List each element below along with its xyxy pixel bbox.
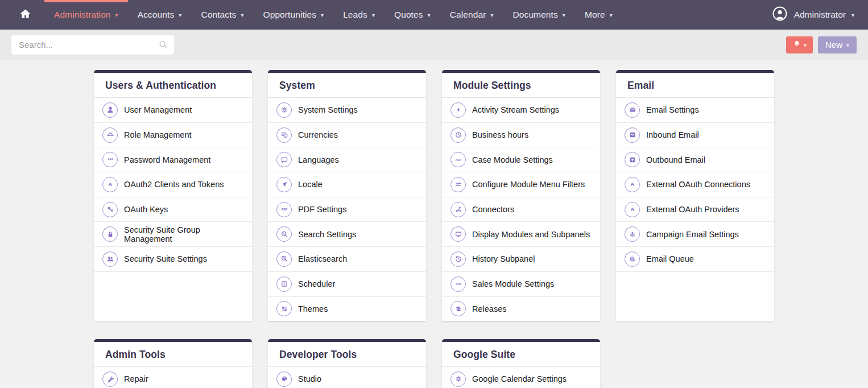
clock-icon — [450, 127, 466, 143]
admin-link-label: Elasticsearch — [298, 254, 347, 263]
snail-icon — [625, 251, 640, 267]
svg-text:***: *** — [108, 158, 113, 163]
nav-item-more[interactable]: More▾ — [575, 0, 622, 30]
admin-link-currencies[interactable]: Currencies — [268, 123, 426, 148]
letter-a-icon: A — [625, 177, 640, 192]
nav-item-accounts[interactable]: Accounts▾ — [128, 0, 192, 30]
search-input[interactable] — [11, 35, 174, 55]
admin-link-sales-module-settings[interactable]: AOSSales Module Settings — [442, 272, 600, 297]
admin-link-external-oauth-providers[interactable]: AExternal OAuth Providers — [616, 197, 774, 222]
svg-text:A: A — [108, 182, 112, 188]
admin-link-security-suite-settings[interactable]: Security Suite Settings — [94, 247, 252, 272]
admin-link-label: Connectors — [472, 205, 514, 214]
chevron-down-icon: ▾ — [115, 13, 118, 18]
admin-link-user-management[interactable]: User Management — [94, 98, 252, 123]
nav-item-calendar[interactable]: Calendar▾ — [440, 0, 503, 30]
nav-item-quotes[interactable]: Quotes▾ — [385, 0, 440, 30]
admin-link-history-subpanel[interactable]: History Subpanel — [442, 247, 600, 272]
nav-item-documents[interactable]: Documents▾ — [503, 0, 575, 30]
letter-a-icon: A — [102, 177, 118, 192]
nav-item-leads[interactable]: Leads▾ — [333, 0, 385, 30]
new-button[interactable]: New ▾ — [818, 36, 857, 53]
admin-link-label: External OAuth Providers — [646, 205, 739, 214]
admin-link-campaign-email-settings[interactable]: Campaign Email Settings — [616, 222, 774, 247]
admin-link-system-settings[interactable]: System Settings — [268, 98, 426, 123]
role-hat-icon — [102, 127, 118, 143]
admin-link-activity-stream-settings[interactable]: Activity Stream Settings — [442, 98, 600, 123]
chevron-down-icon: ▾ — [846, 43, 849, 48]
navigation-arrow-icon — [276, 177, 292, 192]
nav-item-label: Leads — [343, 10, 367, 20]
admin-link-label: Studio — [298, 374, 321, 383]
nav-item-label: Contacts — [201, 10, 236, 20]
panel-module-settings: Module SettingsActivity Stream SettingsB… — [442, 70, 600, 321]
admin-link-locale[interactable]: Locale — [268, 172, 426, 197]
svg-text:A: A — [630, 182, 634, 188]
admin-link-email-queue[interactable]: Email Queue — [616, 247, 774, 272]
wrench-icon — [102, 372, 118, 387]
user-name: Administrator — [794, 10, 846, 20]
gear-icon — [276, 102, 292, 118]
admin-link-security-suite-group-management[interactable]: Security Suite Group Management — [94, 222, 252, 247]
clock-square-icon — [276, 276, 292, 292]
admin-link-studio[interactable]: Studio — [268, 367, 426, 388]
admin-link-pdf-settings[interactable]: PDFPDF Settings — [268, 197, 426, 222]
nav-item-contacts[interactable]: Contacts▾ — [191, 0, 253, 30]
admin-link-email-settings[interactable]: Email Settings — [616, 98, 774, 123]
user-menu[interactable]: Administrator ▾ — [771, 5, 857, 24]
admin-link-oauth-keys[interactable]: OAuth Keys — [94, 197, 252, 222]
admin-link-label: Security Suite Group Management — [124, 225, 243, 243]
panel-title: Google Suite — [442, 342, 600, 367]
admin-link-password-management[interactable]: ***Password Management — [94, 147, 252, 172]
speech-bubble-icon — [276, 152, 292, 167]
nav-item-administration[interactable]: Administration▾ — [44, 0, 128, 30]
admin-link-display-modules-and-subpanels[interactable]: Display Modules and Subpanels — [442, 222, 600, 247]
admin-link-label: System Settings — [298, 105, 358, 114]
admin-link-business-hours[interactable]: Business hours — [442, 123, 600, 148]
chevron-down-icon: ▾ — [241, 13, 243, 18]
admin-link-connectors[interactable]: Connectors — [442, 197, 600, 222]
admin-link-label: External OAuth Connections — [646, 180, 750, 189]
admin-link-search-settings[interactable]: Search Settings — [268, 222, 426, 247]
admin-link-label: Case Module Settings — [472, 155, 553, 164]
pdf-icon: PDF — [276, 202, 292, 217]
user-icon — [102, 102, 118, 118]
admin-link-themes[interactable]: Themes — [268, 297, 426, 322]
admin-link-releases[interactable]: Releases — [442, 297, 600, 322]
admin-link-external-oauth-connections[interactable]: AExternal OAuth Connections — [616, 172, 774, 197]
chevron-down-icon: ▾ — [804, 43, 807, 48]
admin-link-scheduler[interactable]: Scheduler — [268, 272, 426, 297]
admin-link-configure-module-menu-filters[interactable]: Configure Module Menu Filters — [442, 172, 600, 197]
admin-link-label: Releases — [472, 304, 506, 313]
admin-link-label: History Subpanel — [472, 254, 535, 263]
search-toolbar: ▾ New ▾ — [0, 30, 868, 60]
gear-icon — [450, 372, 466, 387]
lightning-icon — [450, 102, 466, 118]
svg-text:PDF: PDF — [281, 208, 287, 211]
admin-link-label: Locale — [298, 180, 323, 189]
notifications-button[interactable]: ▾ — [786, 36, 813, 53]
admin-link-label: Languages — [298, 155, 339, 164]
letter-a-icon: A — [625, 202, 640, 217]
admin-link-inbound-email[interactable]: Inbound Email — [616, 123, 774, 148]
nav-item-opportunities[interactable]: Opportunities▾ — [254, 0, 334, 30]
admin-link-repair[interactable]: Repair — [94, 367, 252, 388]
nav-item-label: Opportunities — [263, 10, 317, 20]
admin-link-label: Password Management — [124, 155, 210, 164]
nav-item-label: Documents — [513, 10, 558, 20]
admin-link-google-calendar-settings[interactable]: Google Calendar Settings — [442, 367, 600, 388]
panel-users-authentication: Users & AuthenticationUser ManagementRol… — [94, 70, 252, 321]
search-box — [11, 35, 174, 55]
admin-link-outbound-email[interactable]: Outbound Email — [616, 147, 774, 172]
history-icon — [450, 251, 466, 267]
squares-icon — [276, 301, 292, 316]
admin-link-case-module-settings[interactable]: AOPCase Module Settings — [442, 147, 600, 172]
admin-link-oauth2-clients-and-tokens[interactable]: AOAuth2 Clients and Tokens — [94, 172, 252, 197]
search-icon — [158, 39, 169, 51]
admin-link-languages[interactable]: Languages — [268, 147, 426, 172]
admin-link-role-management[interactable]: Role Management — [94, 123, 252, 148]
admin-link-label: Business hours — [472, 130, 528, 139]
home-button[interactable] — [13, 0, 38, 30]
admin-link-elasticsearch[interactable]: Elasticsearch — [268, 247, 426, 272]
users-icon — [102, 251, 118, 267]
